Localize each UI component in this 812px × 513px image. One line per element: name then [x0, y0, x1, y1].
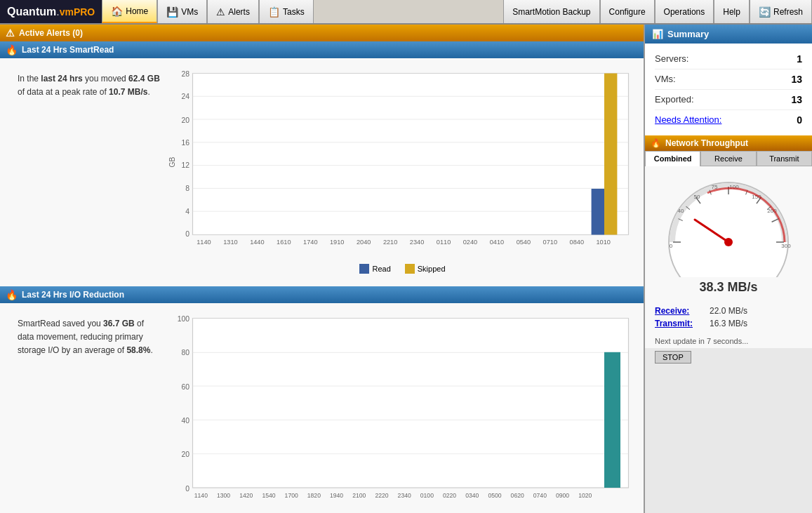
svg-text:4: 4 [185, 208, 189, 215]
legend-read-box [359, 264, 369, 274]
svg-text:1140: 1140 [197, 239, 211, 246]
nav-configure-label: Configure [609, 7, 646, 17]
nav-tasks-label: Tasks [283, 7, 305, 17]
nav-vms-button[interactable]: 💾 VMs [157, 0, 207, 23]
svg-text:20: 20 [181, 451, 189, 458]
nav-operations-button[interactable]: Operations [655, 0, 714, 23]
tab-receive[interactable]: Receive [700, 151, 756, 166]
tab-transmit[interactable]: Transmit [757, 151, 812, 166]
summary-exported-row: Exported: 13 [655, 90, 802, 110]
nav-smartmotion-button[interactable]: SmartMotion Backup [503, 0, 599, 23]
svg-rect-19 [592, 189, 604, 235]
svg-text:GB: GB [168, 156, 176, 167]
svg-text:2340: 2340 [398, 492, 411, 499]
svg-text:0100: 0100 [420, 492, 434, 499]
smartread-section: 🔥 Last 24 Hrs SmartRead In the last 24 h… [0, 41, 644, 286]
svg-text:0: 0 [670, 243, 673, 249]
refresh-icon: 🔄 [759, 6, 771, 18]
smartread-icon: 🔥 [6, 44, 18, 55]
stop-button[interactable]: STOP [655, 351, 691, 364]
svg-text:0240: 0240 [463, 239, 477, 246]
svg-rect-18 [604, 74, 617, 235]
transmit-label[interactable]: Transmit: [655, 319, 704, 328]
svg-text:1010: 1010 [597, 239, 611, 246]
svg-text:1700: 1700 [285, 492, 298, 499]
svg-text:20: 20 [181, 116, 189, 124]
network-header: 🔥 Network Throughput [645, 135, 812, 151]
io-icon: 🔥 [6, 289, 18, 300]
svg-text:1740: 1740 [303, 239, 317, 246]
svg-text:0900: 0900 [556, 492, 569, 499]
nav-refresh-label: Refresh [773, 7, 803, 17]
svg-text:1940: 1940 [330, 492, 343, 499]
nav-smartmotion-label: SmartMotion Backup [512, 7, 590, 17]
active-alerts-bar: ⚠ Active Alerts (0) [0, 25, 644, 41]
svg-text:1910: 1910 [330, 239, 344, 246]
smartread-title: Last 24 Hrs SmartRead [22, 45, 114, 55]
transmit-row: Transmit: 16.3 MB/s [655, 317, 802, 330]
svg-text:1610: 1610 [277, 239, 291, 246]
network-title: Network Throughput [665, 138, 748, 148]
io-text: SmartRead saved you 36.7 GB of data move… [7, 310, 168, 513]
svg-text:1310: 1310 [223, 239, 237, 246]
smartread-header: 🔥 Last 24 Hrs SmartRead [0, 41, 644, 58]
receive-label[interactable]: Receive: [655, 306, 704, 316]
svg-text:2100: 2100 [352, 492, 366, 499]
nav-help-label: Help [723, 7, 740, 17]
smartread-body: In the last 24 hrs you moved 62.4 GB of … [0, 58, 644, 286]
io-section: 🔥 Last 24 Hrs I/O Reduction SmartRead sa… [0, 286, 644, 513]
io-body: SmartRead saved you 36.7 GB of data move… [0, 303, 644, 513]
nav-help-button[interactable]: Help [714, 0, 750, 23]
svg-text:80: 80 [181, 349, 189, 357]
summary-vms-label: VMs: [655, 74, 676, 85]
svg-text:1540: 1540 [262, 492, 275, 499]
summary-attention-value: 0 [797, 114, 802, 126]
svg-text:2220: 2220 [375, 492, 388, 499]
svg-text:0710: 0710 [543, 239, 557, 246]
nav-alerts-label: Alerts [228, 7, 250, 17]
svg-text:28: 28 [181, 70, 189, 78]
summary-header: 📊 Summary [645, 25, 812, 44]
nav-tasks-button[interactable]: 📋 Tasks [259, 0, 314, 23]
right-panel: 📊 Summary Servers: 1 VMs: 13 Exported: 1… [644, 25, 812, 513]
svg-text:2210: 2210 [383, 239, 397, 246]
nav-alerts-button[interactable]: ⚠ Alerts [207, 0, 259, 23]
gauge-svg: 0 40 50 75 100 150 200 300 [658, 172, 799, 277]
receive-row: Receive: 22.0 MB/s [655, 305, 802, 317]
summary-exported-value: 13 [791, 94, 802, 105]
nav-home-label: Home [126, 6, 148, 16]
app-logo: Quantum . vmPRO [0, 0, 102, 23]
svg-text:0340: 0340 [465, 492, 479, 499]
svg-rect-49 [604, 352, 620, 488]
summary-attention-label[interactable]: Needs Attention: [655, 114, 721, 126]
svg-text:12: 12 [181, 161, 189, 169]
legend-skipped-box [405, 264, 415, 274]
nav-right-group: SmartMotion Backup Configure Operations … [503, 0, 812, 23]
summary-title: Summary [667, 29, 709, 39]
svg-text:0110: 0110 [437, 239, 451, 246]
svg-text:0500: 0500 [488, 492, 501, 499]
smartread-mbps: 10.7 MB/s [109, 87, 147, 97]
tab-combined[interactable]: Combined [645, 151, 700, 166]
svg-text:0: 0 [185, 485, 189, 493]
summary-body: Servers: 1 VMs: 13 Exported: 13 Needs At… [645, 44, 812, 135]
smartread-chart: 28 24 20 16 12 8 4 0 GB [168, 65, 637, 279]
summary-exported-label: Exported: [655, 94, 694, 105]
svg-text:1140: 1140 [194, 492, 208, 499]
left-panel: ⚠ Active Alerts (0) 🔥 Last 24 Hrs SmartR… [0, 25, 644, 513]
smartread-gb: 62.4 GB [128, 74, 160, 84]
io-header: 🔥 Last 24 Hrs I/O Reduction [0, 286, 644, 303]
svg-text:40: 40 [678, 208, 684, 214]
nav-home-button[interactable]: 🏠 Home [102, 0, 157, 23]
nav-configure-button[interactable]: Configure [600, 0, 655, 23]
transmit-value: 16.3 MB/s [710, 319, 747, 328]
nav-refresh-button[interactable]: 🔄 Refresh [750, 0, 812, 23]
logo-quantum: Quantum [7, 6, 56, 18]
svg-text:2040: 2040 [357, 239, 371, 246]
svg-text:1020: 1020 [578, 492, 592, 499]
svg-text:2340: 2340 [410, 239, 424, 246]
network-stats: Receive: 22.0 MB/s Transmit: 16.3 MB/s [645, 300, 812, 334]
summary-servers-label: Servers: [655, 53, 688, 65]
alert-icon: ⚠ [6, 27, 15, 39]
io-svg: 100 80 60 40 20 0 1140 1300 1420 1540 17… [168, 310, 637, 512]
